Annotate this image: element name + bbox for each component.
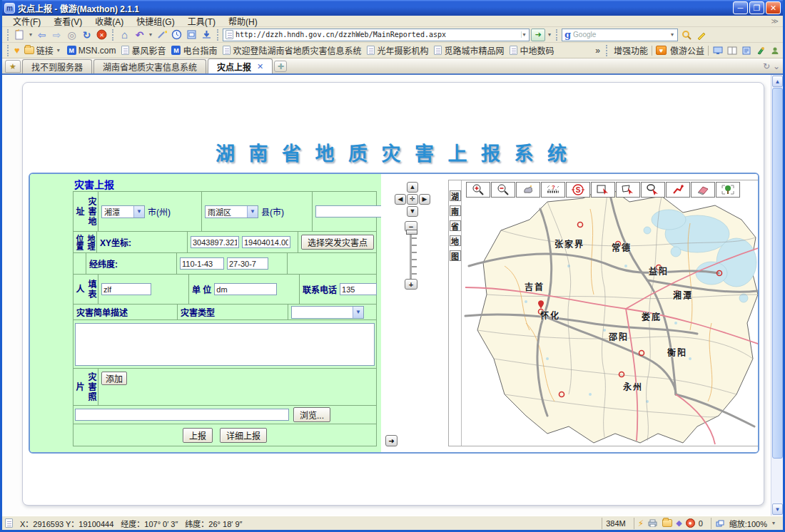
link-zhongdi[interactable]: 中地数码 — [508, 44, 555, 56]
pan-tool-icon[interactable] — [516, 182, 540, 198]
forward-icon[interactable]: ⇨ — [50, 29, 64, 41]
scroll-up-icon[interactable]: ▲ — [772, 76, 783, 87]
full-extent-tool-icon[interactable] — [716, 182, 740, 198]
tab-hunan-geo-info-system[interactable]: 湖南省地质灾害信息系统 — [93, 59, 206, 73]
history-clock-icon[interactable] — [170, 29, 183, 41]
hunan-map-image[interactable] — [462, 180, 759, 446]
highlight-pen-icon[interactable] — [694, 29, 708, 41]
scrollbar-thumb[interactable] — [772, 88, 783, 459]
home-icon[interactable]: ⌂ — [118, 29, 131, 41]
strip-char[interactable]: 图 — [450, 250, 461, 261]
tabbar-menu-icon[interactable]: ⌄ — [773, 61, 780, 71]
select-rectangle-tool-icon[interactable] — [591, 182, 615, 198]
vertical-scrollbar[interactable]: ▲ ▼ — [771, 75, 783, 516]
pick-disaster-point-button[interactable]: 选择突发灾害点 — [301, 235, 374, 250]
pan-left-button[interactable]: ◀ — [395, 194, 406, 205]
frames-icon[interactable] — [185, 29, 198, 41]
y-coordinate-input[interactable] — [242, 236, 290, 248]
back-icon[interactable]: ⇦ — [35, 29, 49, 41]
tab-server-not-found[interactable]: 找不到服务器 — [22, 59, 92, 73]
zoom-control[interactable]: 缩放:100% ▾ — [711, 518, 780, 529]
menu-help[interactable]: 帮助(H) — [222, 15, 264, 27]
stop-icon[interactable]: ✕ — [95, 29, 108, 41]
history-dropdown-icon[interactable]: ◎ — [65, 29, 78, 41]
printer-icon[interactable] — [647, 518, 658, 528]
pan-up-button[interactable]: ▲ — [407, 182, 418, 193]
zoom-in-tool-icon[interactable] — [466, 182, 490, 198]
tab-disaster-report-active[interactable]: 灾点上报 ✕ — [208, 58, 273, 73]
undo-dropdown-icon[interactable]: ▾ — [148, 31, 153, 38]
go-dropdown-icon[interactable]: ▾ — [547, 31, 552, 38]
strip-char[interactable]: 省 — [450, 220, 461, 231]
map-canvas[interactable]: ? S — [462, 180, 759, 446]
scroll-down-icon[interactable]: ▼ — [772, 503, 783, 515]
new-tab-button[interactable]: ✚ — [274, 61, 287, 72]
reporter-name-input[interactable] — [101, 283, 151, 295]
link-baofeng[interactable]: 暴风影音 — [120, 44, 167, 56]
url-dropdown-icon[interactable]: ▾ — [521, 31, 527, 38]
strip-char[interactable]: 湖 — [450, 190, 461, 201]
longitude-input[interactable] — [180, 257, 224, 270]
new-page-icon[interactable] — [13, 29, 26, 41]
maxthon-charity-icon[interactable]: ♥ — [656, 46, 667, 55]
zoom-slider-handle[interactable] — [406, 230, 417, 235]
notes-icon[interactable] — [741, 46, 751, 55]
folder-status-icon[interactable] — [662, 518, 672, 528]
menu-file[interactable]: 文件(F) — [6, 15, 47, 27]
pan-center-button[interactable]: ✛ — [407, 194, 418, 205]
pan-right-button[interactable]: ▶ — [419, 194, 430, 205]
boost-lightning-icon[interactable]: ⚡ — [638, 518, 644, 528]
unit-input[interactable] — [214, 283, 277, 295]
collapse-form-panel-button[interactable]: ➜ — [385, 435, 397, 446]
zoom-out-tool-icon[interactable] — [491, 182, 515, 198]
download-icon[interactable] — [200, 29, 213, 41]
search-dropdown-icon[interactable]: ▾ — [669, 31, 675, 38]
tab-list-star-button[interactable]: ★ — [5, 60, 21, 73]
menu-overflow-chevron-icon[interactable]: ≫ — [771, 17, 779, 25]
split-window-icon[interactable] — [726, 46, 737, 55]
select-circle-tool-icon[interactable] — [641, 182, 665, 198]
draw-point-tool-icon[interactable] — [666, 182, 690, 198]
close-button[interactable]: ✕ — [766, 1, 781, 14]
favorites-heart-icon[interactable]: ♥ — [14, 45, 20, 56]
measure-distance-tool-icon[interactable]: ? — [541, 182, 565, 198]
restore-button[interactable]: ❐ — [749, 1, 764, 14]
zoom-in-slider-button[interactable]: + — [405, 279, 417, 290]
brush-icon[interactable] — [755, 46, 766, 55]
screen-capture-icon[interactable] — [712, 46, 723, 55]
select-s-tool-icon[interactable]: S — [566, 182, 590, 198]
url-input[interactable] — [236, 31, 519, 39]
menu-favorites[interactable]: 收藏(A) — [88, 15, 130, 27]
user-icon[interactable] — [769, 46, 780, 55]
menu-tools[interactable]: 工具(T) — [181, 15, 222, 27]
eraser-tool-icon[interactable] — [691, 182, 715, 198]
zoom-slider-track[interactable] — [410, 232, 417, 279]
zoom-dropdown-icon[interactable]: ▾ — [771, 520, 776, 526]
submit-report-button[interactable]: 上报 — [183, 428, 213, 443]
x-coordinate-input[interactable] — [191, 236, 239, 248]
disaster-description-textarea[interactable] — [75, 323, 375, 366]
charity-label[interactable]: 傲游公益 — [670, 44, 704, 56]
new-page-dropdown-icon[interactable]: ▾ — [28, 31, 34, 38]
city-select[interactable]: 湘潭 ▼ — [101, 205, 145, 218]
address-detail-input[interactable] — [315, 205, 390, 218]
refresh-icon[interactable]: ↻ — [80, 29, 93, 41]
county-select[interactable]: 雨湖区 ▼ — [205, 205, 258, 218]
phone-input[interactable] — [340, 283, 377, 295]
reopen-closed-tab-icon[interactable]: ↻ — [763, 61, 770, 71]
link-photo-studio[interactable]: 光年摄影机构 — [365, 44, 430, 56]
enhance-features-button[interactable]: 增强功能 — [614, 44, 648, 56]
link-city-boutique[interactable]: 觅路城市精品网 — [432, 44, 505, 56]
photo-file-input[interactable] — [75, 409, 289, 421]
undo-icon[interactable]: ↶ — [133, 29, 146, 41]
strip-char[interactable]: 南 — [450, 205, 461, 216]
link-radio-guide[interactable]: M电台指南 — [170, 44, 218, 56]
link-hunan-geo-system[interactable]: 欢迎登陆湖南省地质灾害信息系统 — [221, 44, 363, 56]
search-input[interactable] — [573, 31, 667, 39]
search-magnifier-icon[interactable] — [679, 29, 693, 41]
menu-groups[interactable]: 快捷组(G) — [130, 15, 181, 27]
minimize-button[interactable]: ─ — [733, 1, 748, 14]
browse-button[interactable]: 浏览... — [293, 407, 330, 422]
disaster-type-select[interactable]: ▼ — [291, 306, 364, 319]
go-button[interactable]: ➜ — [531, 29, 545, 41]
